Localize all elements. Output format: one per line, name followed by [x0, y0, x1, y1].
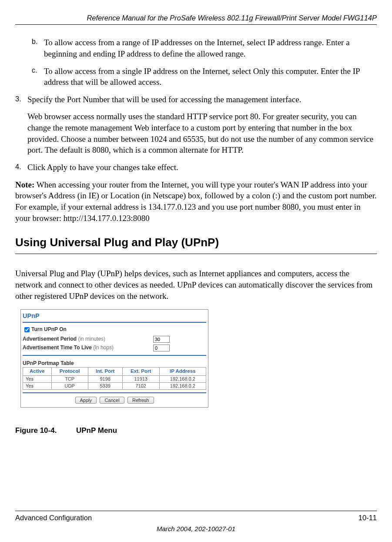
list-text: Click Apply to have your changes take ef… [27, 162, 377, 173]
list-item-b: b. To allow access from a range of IP ad… [32, 37, 377, 59]
cell-protocol: TCP [51, 375, 88, 382]
page-footer: Advanced Configuration 10-11 March 2004,… [15, 511, 377, 533]
list-marker: b. [32, 37, 44, 59]
col-ip: IP Address [159, 368, 206, 376]
adv-ttl-label: Advertisement Time To Live (in hops) [23, 345, 153, 351]
upnp-turn-on-row: Turn UPnP On [23, 323, 206, 335]
footer-page-number: 10-11 [358, 513, 377, 522]
adv-ttl-row: Advertisement Time To Live (in hops) [23, 344, 206, 352]
cell-int-port: 9198 [88, 375, 122, 382]
cell-active: Yes [23, 375, 52, 382]
col-ext-port: Ext. Port [122, 368, 159, 376]
adv-ttl-input[interactable] [153, 345, 170, 351]
adv-period-row: Advertisement Period (in minutes) [23, 335, 206, 344]
col-active: Active [23, 368, 52, 376]
list-text: To allow access from a range of IP addre… [44, 37, 377, 59]
list-text: To allow access from a single IP address… [44, 66, 377, 88]
portmap-title: UPnP Portmap Table [23, 356, 206, 367]
section-heading: Using Universal Plug and Play (UPnP) [15, 235, 377, 250]
figure-caption: Figure 10-4.UPnP Menu [15, 426, 377, 436]
adv-period-label-gray: (in minutes) [77, 336, 105, 342]
list-text: Specify the Port Number that will be use… [27, 94, 377, 105]
apply-button[interactable]: Apply [75, 397, 97, 404]
note-label: Note: [15, 180, 34, 189]
turn-upnp-on-checkbox[interactable] [24, 327, 30, 332]
table-header-row: Active Protocol Int. Port Ext. Port IP A… [23, 368, 206, 376]
section-intro: Universal Plug and Play (UPnP) helps dev… [15, 268, 377, 301]
adv-period-label-bold: Advertisement Period [23, 336, 77, 342]
footer-date: March 2004, 202-10027-01 [15, 525, 377, 533]
table-row: Yes UDP 5339 7102 192.168.0.2 [23, 383, 206, 390]
adv-ttl-label-gray: (in hops) [92, 345, 114, 351]
section-rule [15, 254, 377, 254]
adv-period-input[interactable] [153, 336, 170, 343]
cell-ext-port: 7102 [122, 383, 159, 390]
table-row: Yes TCP 9198 11913 192.168.0.2 [23, 375, 206, 382]
col-int-port: Int. Port [88, 368, 122, 376]
upnp-button-row: Apply Cancel Refresh [23, 393, 206, 405]
cell-int-port: 5339 [88, 383, 122, 390]
portmap-table: Active Protocol Int. Port Ext. Port IP A… [23, 367, 206, 390]
note-paragraph: Note: When accessing your router from th… [15, 179, 377, 224]
list-item-3: 3. Specify the Port Number that will be … [15, 94, 377, 105]
cell-active: Yes [23, 383, 52, 390]
cell-protocol: UDP [51, 383, 88, 390]
footer-section: Advanced Configuration [15, 513, 92, 522]
cell-ip: 192.168.0.2 [159, 383, 206, 390]
refresh-button[interactable]: Refresh [127, 397, 154, 404]
note-text: When accessing your router from the Inte… [15, 180, 377, 223]
list-item-c: c. To allow access from a single IP addr… [32, 66, 377, 88]
figure-title: UPnP Menu [76, 426, 117, 435]
upnp-title: UPnP [23, 311, 206, 321]
adv-period-label: Advertisement Period (in minutes) [23, 336, 153, 342]
cancel-button[interactable]: Cancel [100, 397, 124, 404]
footer-line1: Advanced Configuration 10-11 [15, 513, 377, 522]
cell-ip: 192.168.0.2 [159, 375, 206, 382]
list-marker: 3. [15, 94, 27, 105]
col-protocol: Protocol [51, 368, 88, 376]
page-header-title: Reference Manual for the ProSafe Wireles… [15, 13, 377, 23]
figure-number: Figure 10-4. [15, 426, 76, 436]
turn-upnp-on-label: Turn UPnP On [31, 326, 67, 332]
adv-ttl-label-bold: Advertisement Time To Live [23, 345, 92, 351]
list-item-3-sub: Web browser access normally uses the sta… [27, 111, 377, 156]
list-marker: c. [32, 66, 44, 88]
footer-rule [15, 511, 377, 511]
cell-ext-port: 11913 [122, 375, 159, 382]
header-rule [15, 24, 377, 25]
upnp-panel: UPnP Turn UPnP On Advertisement Period (… [20, 309, 208, 408]
list-item-4: 4. Click Apply to have your changes take… [15, 162, 377, 173]
list-marker: 4. [15, 162, 27, 173]
